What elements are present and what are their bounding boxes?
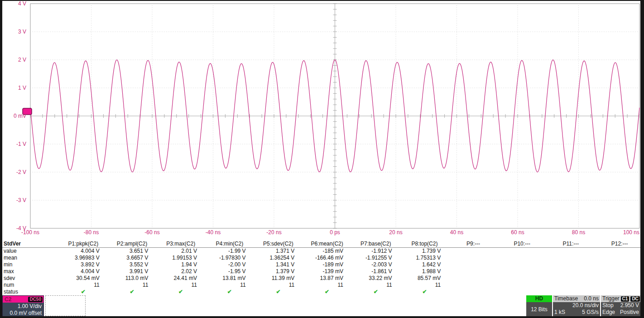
measurement-header[interactable]: P8:top(C2) xyxy=(400,240,449,248)
measurement-cell: -1.97830 V xyxy=(205,255,254,261)
measurement-header[interactable]: P9:--- xyxy=(449,240,498,248)
trigger-level: 2.950 V xyxy=(620,302,639,309)
status-ok-check-icon: ✔ xyxy=(130,289,134,295)
measurement-cell xyxy=(498,248,547,255)
measurement-cell: 30.54 mV xyxy=(59,275,108,282)
x-axis-tick-label: 80 ns xyxy=(560,229,598,236)
measurement-header[interactable]: P1:pkpk(C2) xyxy=(59,240,108,248)
trigger-source-badge: C1 xyxy=(621,296,630,302)
measurement-cell: 1.379 V xyxy=(254,268,303,275)
y-axis-tick-label: -2 V xyxy=(0,169,26,175)
measurement-header[interactable]: P12:--- xyxy=(595,240,644,248)
timebase-samples: 1 kS xyxy=(554,309,565,316)
measurement-cell: -2.003 V xyxy=(351,261,400,268)
measurement-cell xyxy=(547,275,596,282)
x-axis-tick-label: -40 ns xyxy=(194,229,232,236)
status-ok-check-icon: ✔ xyxy=(374,289,378,295)
status-ok-check-icon: ✔ xyxy=(276,289,280,295)
trigger-type: Edge xyxy=(602,309,615,316)
measurement-cell: ✔ xyxy=(303,289,351,295)
measurement-cell xyxy=(595,275,644,282)
measurement-cell: 1.94 V xyxy=(156,261,205,268)
measurement-cell: ✔ xyxy=(59,289,108,295)
measurement-cell: 113.0 mV xyxy=(108,275,157,282)
channel-c2-header: C2 DC50 xyxy=(3,296,43,303)
measurement-cell xyxy=(547,261,596,268)
measurement-header[interactable]: P10:--- xyxy=(498,240,547,248)
measurement-header[interactable]: P4:min(C2) xyxy=(205,240,254,248)
measurement-cell xyxy=(595,255,644,261)
measurement-cell: -1.99 V xyxy=(205,248,254,255)
measurement-row-value: value4.004 V3.651 V2.01 V-1.99 V1.371 V-… xyxy=(0,248,644,255)
channel-c2-label: C2 xyxy=(5,296,11,303)
channel-c2-settings: 1.00 V/div 0.0 mV offset xyxy=(3,303,43,317)
measurement-cell xyxy=(449,261,498,268)
measurement-cell: 1.36254 V xyxy=(254,255,303,261)
measurement-cell xyxy=(449,268,498,275)
measurement-cell xyxy=(595,268,644,275)
screen-border-left xyxy=(0,0,2,318)
trigger-descriptor-box[interactable]: Trigger C1 DC Stop 2.950 V Edge Positive xyxy=(601,295,640,316)
measurement-cell xyxy=(449,248,498,255)
measurement-cell xyxy=(498,268,547,275)
measurement-cell: 1.739 V xyxy=(400,248,449,255)
measurement-cell xyxy=(449,255,498,261)
measurement-cell: 1.99153 V xyxy=(156,255,205,261)
measurement-cell xyxy=(498,255,547,261)
timebase-descriptor-box[interactable]: Timebase 0.0 ns 20.0 ns/div 1 kS 5 GS/s xyxy=(553,295,600,316)
row-label: value xyxy=(0,248,59,255)
measurement-cell: 2.01 V xyxy=(156,248,205,255)
measurement-cell: -139 mV xyxy=(303,268,351,275)
measurement-cell: ✔ xyxy=(400,289,449,295)
trigger-coupling-badge: DC xyxy=(630,296,639,302)
measurement-cell: 4.004 V xyxy=(59,248,108,255)
measurement-cell xyxy=(595,248,644,255)
channel-c2-descriptor-box[interactable]: C2 DC50 1.00 V/div 0.0 mV offset xyxy=(2,295,44,316)
x-axis-tick-label: -20 ns xyxy=(255,229,293,236)
y-axis-tick-label: 4 V xyxy=(0,0,26,7)
measurement-cell: -166.46 mV xyxy=(303,255,351,261)
measurement-table: StdVerP1:pkpk(C2)P2:ampl(C2)P3:max(C2)P4… xyxy=(0,240,644,295)
timebase-scale: 20.0 ns/div xyxy=(554,302,599,309)
waveform-grid[interactable] xyxy=(0,0,644,236)
measurement-cell: 3.991 V xyxy=(108,268,157,275)
measurement-cell xyxy=(498,275,547,282)
measurement-cell: -1.95 V xyxy=(205,268,254,275)
channel-c2-offset: 0.0 mV offset xyxy=(3,310,42,317)
measurement-cell xyxy=(449,275,498,282)
measurement-cell: 1.75313 V xyxy=(400,255,449,261)
measurement-header[interactable]: P2:ampl(C2) xyxy=(108,240,157,248)
timebase-title: Timebase xyxy=(554,295,578,302)
screen-border-bottom xyxy=(0,316,644,318)
waveform-plot[interactable]: 4 V3 V2 V1 V0 mV-1 V-2 V-3 V-4 V -100 ns… xyxy=(0,0,644,240)
measurement-cell: 2.02 V xyxy=(156,268,205,275)
x-axis-tick-label: 20 ns xyxy=(377,229,415,236)
x-axis-tick-label: 100 ns xyxy=(601,229,639,236)
row-label: num xyxy=(0,282,59,289)
timebase-settings: 20.0 ns/div 1 kS 5 GS/s xyxy=(553,302,600,316)
measurement-cell: 11.39 mV xyxy=(254,275,303,282)
measurement-cell: ✔ xyxy=(156,289,205,295)
measurement-cell xyxy=(547,248,596,255)
measurement-header[interactable]: P3:max(C2) xyxy=(156,240,205,248)
measurement-cell xyxy=(498,261,547,268)
measurement-cell: 13.87 mV xyxy=(303,275,351,282)
acquisition-hd-box[interactable]: HD 12 Bits xyxy=(526,295,552,316)
timebase-header: Timebase 0.0 ns xyxy=(553,295,600,302)
measurement-cell: 11 xyxy=(156,282,205,289)
measurement-header[interactable]: P7:base(C2) xyxy=(351,240,400,248)
measurement-cell: 3.892 V xyxy=(59,261,108,268)
measurement-cell: -1.861 V xyxy=(351,268,400,275)
measurement-cell xyxy=(498,289,547,295)
measurement-cell: -189 mV xyxy=(303,261,351,268)
channel-slot-placeholder[interactable] xyxy=(45,295,86,316)
trigger-header: Trigger C1 DC xyxy=(601,295,640,302)
measurement-cell xyxy=(498,282,547,289)
measurement-header[interactable]: P6:mean(C2) xyxy=(303,240,351,248)
status-ok-check-icon: ✔ xyxy=(325,289,329,295)
measurement-header[interactable]: P11:--- xyxy=(547,240,596,248)
measurement-cell: 4.004 V xyxy=(59,268,108,275)
measurement-header[interactable]: P5:sdev(C2) xyxy=(254,240,303,248)
measurement-cell: 11 xyxy=(400,282,449,289)
measurement-cell: 1.988 V xyxy=(400,268,449,275)
